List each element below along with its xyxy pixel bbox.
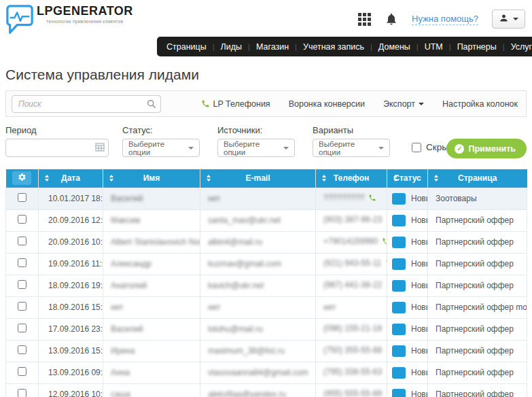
lead-name: Анна xyxy=(103,362,200,383)
lead-phone: (795) 338-55-63 xyxy=(316,362,387,383)
apply-button[interactable]: ✓ Применить xyxy=(446,139,527,158)
nav-item[interactable]: Магазин xyxy=(242,42,289,52)
lead-phone: (750) 355-55-88 xyxy=(316,340,387,362)
user-menu-button[interactable] xyxy=(492,10,525,29)
nav-item[interactable]: Услуги xyxy=(497,42,532,52)
table-row: 13.09.2016 09:58 Анна vlasovaanna84@gmai… xyxy=(6,362,527,383)
nav-item[interactable]: UTM xyxy=(410,42,443,52)
lead-status: Новый xyxy=(387,275,428,296)
notifications-bell-button[interactable] xyxy=(385,12,398,26)
column-header[interactable]: Телефон xyxy=(316,169,387,188)
lead-status: Новый xyxy=(387,318,428,340)
lead-page: Партнерский оффер xyxy=(428,209,527,231)
gear-icon xyxy=(18,173,26,184)
lead-email: нет xyxy=(200,296,316,318)
lead-email: kuzmav@gmail.com xyxy=(200,253,316,275)
period-label: Период xyxy=(5,125,109,135)
lead-phone: (955) 555-55-89 xyxy=(316,383,387,397)
lead-date: 19.09.2016 11:54 xyxy=(39,253,103,275)
call-phone-icon[interactable] xyxy=(368,194,376,204)
column-header[interactable]: Статус xyxy=(387,169,428,188)
nav-item[interactable]: Домены xyxy=(364,42,410,52)
row-checkbox[interactable] xyxy=(18,258,26,267)
period-date-input[interactable] xyxy=(5,139,109,157)
lead-page: Партнерский оффер mob xyxy=(428,296,527,318)
table-row: 18.09.2016 19:19 Анатолий kavich@ukr.net… xyxy=(6,275,527,296)
lead-status: Новый xyxy=(387,209,428,231)
main-nav: Страницы Лиды Магазин Учетная запись Дом… xyxy=(157,37,532,56)
table-row: 12.09.2016 10:34 саша aleksfilaa@yandex.… xyxy=(6,383,527,397)
status-badge xyxy=(392,345,406,357)
chevron-down-icon xyxy=(283,147,289,150)
sources-select[interactable]: Выберите опции xyxy=(217,139,295,157)
row-checkbox[interactable] xyxy=(18,324,26,332)
lead-email: aleksfilaa@yandex.ru xyxy=(200,383,316,397)
bell-icon xyxy=(385,18,398,28)
lead-email: santa_mav@ukr.net xyxy=(200,209,316,231)
nav-item[interactable]: Страницы xyxy=(166,42,207,52)
row-checkbox[interactable] xyxy=(18,280,26,289)
calendar-icon[interactable] xyxy=(95,143,105,152)
nav-item[interactable]: Учетная запись xyxy=(289,42,364,52)
row-checkbox[interactable] xyxy=(18,193,26,202)
lead-date: 10.01.2017 18:17 xyxy=(39,188,103,209)
toolbar-action-label: Настройка колонок xyxy=(442,99,518,109)
toolbar-action[interactable]: Настройка колонок xyxy=(442,99,518,109)
lead-date: 13.09.2016 15:29 xyxy=(39,340,103,362)
lead-email: albin4@mail.ru xyxy=(200,231,316,253)
leads-toolbar: LP Телефония Воронка конверсии xyxy=(5,90,527,117)
status-badge xyxy=(392,389,406,397)
status-badge xyxy=(392,280,406,292)
lead-status: Новый xyxy=(387,253,428,275)
row-checkbox[interactable] xyxy=(18,345,26,354)
row-checkbox[interactable] xyxy=(18,237,26,245)
variants-select[interactable]: Выберите опции xyxy=(313,139,390,157)
apps-grid-icon xyxy=(358,18,371,28)
column-header-label: Дата xyxy=(61,173,80,183)
lead-email: нет xyxy=(200,188,316,209)
status-select[interactable]: Выберите опции xyxy=(122,139,200,157)
lead-page: Партнерский оффер xyxy=(428,231,527,253)
filters-row: Период Статус: Выберите опции Источники:… xyxy=(5,125,527,160)
help-link[interactable]: Нужна помощь? xyxy=(412,14,478,25)
hidden-checkbox[interactable] xyxy=(412,143,421,152)
lead-email: kavich@ukr.net xyxy=(200,275,316,296)
toolbar-action[interactable]: Экспорт xyxy=(383,99,424,109)
lpgenerator-logo[interactable]: LPGENERATOR технологии привлечения клиен… xyxy=(5,4,133,34)
toolbar-action[interactable]: Воронка конверсии xyxy=(289,99,365,109)
lead-email: lotohu@mail.ru xyxy=(200,318,316,340)
lead-page: Партнерский оффер xyxy=(428,318,527,340)
column-header-label: E-mail xyxy=(245,173,270,183)
lead-page: Партнерский оффер xyxy=(428,253,527,275)
row-checkbox[interactable] xyxy=(18,367,26,376)
lead-phone: (903) 387-96-23 xyxy=(316,209,387,231)
toolbar-action[interactable]: LP Телефония xyxy=(201,99,270,109)
lead-status: Новый xyxy=(387,231,428,253)
user-icon xyxy=(499,13,509,25)
row-checkbox[interactable] xyxy=(18,215,26,224)
column-header[interactable]: E-mail xyxy=(200,169,316,188)
sort-icon xyxy=(45,175,49,182)
search-input[interactable] xyxy=(12,95,161,113)
column-header-label: Телефон xyxy=(334,173,369,183)
phone-icon xyxy=(201,99,210,108)
table-row: 10.01.2017 18:17 Василий нет ????????? Н… xyxy=(6,188,527,209)
apps-grid-button[interactable] xyxy=(358,13,371,26)
column-header[interactable]: Имя xyxy=(103,169,200,188)
row-checkbox[interactable] xyxy=(18,389,26,397)
row-checkbox[interactable] xyxy=(18,302,26,311)
status-badge xyxy=(392,367,406,379)
column-header[interactable]: Дата xyxy=(39,169,103,188)
column-header-label: Статус xyxy=(393,173,421,183)
lead-email: vlasovaanna84@gmail.com xyxy=(200,362,316,383)
lead-name: саша xyxy=(103,383,200,397)
call-phone-icon[interactable] xyxy=(382,238,387,247)
check-icon: ✓ xyxy=(455,144,464,154)
nav-item[interactable]: Лиды xyxy=(207,42,242,52)
column-header[interactable]: Страница xyxy=(428,169,527,188)
gear-button[interactable] xyxy=(12,171,31,185)
status-label: Статус: xyxy=(122,125,200,135)
speech-bubble-icon xyxy=(5,4,34,34)
nav-item[interactable]: Партнеры xyxy=(443,42,497,52)
search-icon[interactable] xyxy=(147,99,156,109)
